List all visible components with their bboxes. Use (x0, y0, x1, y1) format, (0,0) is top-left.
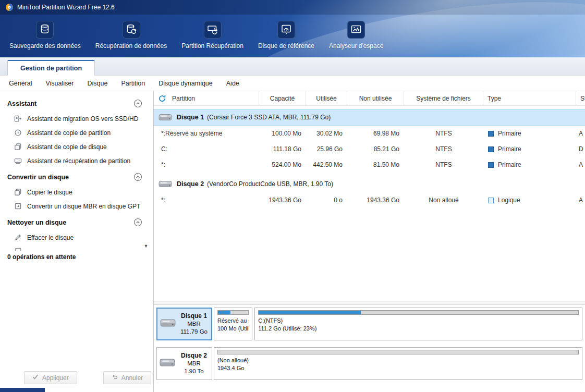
usage-bar (217, 310, 249, 315)
disk-map-partitions: Réservé au sy100 Mo (Utili:C:(NTFS)111.2… (214, 308, 582, 340)
disk-icon (159, 114, 172, 121)
partition-row-[interactable]: *:524.00 Mo442.50 Mo81.50 MoNTFSPrimaire… (154, 157, 585, 173)
sidebar-section-nettoyer-un-disque: Nettoyer un disque (0, 213, 153, 230)
toolbar-button-disque-de-reference[interactable]: Disque de référence (251, 21, 322, 50)
unused-cell: 69.98 Mo (347, 126, 404, 141)
collapse-icon[interactable] (133, 99, 142, 108)
toolbar-button-label: Récupération de données (95, 42, 167, 50)
table-header-row: PartitionCapacitéUtiliséeNon utiliséeSys… (154, 91, 585, 106)
convert-disk-icon (14, 202, 22, 210)
menu-item-partition[interactable]: Partition (114, 80, 152, 87)
disk-icon (160, 358, 175, 369)
column-header-non-utilisee[interactable]: Non utilisée (347, 91, 404, 105)
disk-map-partition-reserve-au-sy[interactable]: Réservé au sy100 Mo (Utili: (214, 308, 252, 340)
tab-strip: Gestion de partition (0, 57, 585, 76)
toolbar-button-analyseur-d-espace[interactable]: Analyseur d'espace (322, 21, 391, 50)
sidebar-item-copier-le-disque[interactable]: Copier le disque (0, 185, 153, 199)
disk-icon (160, 318, 176, 329)
sidebar-item-assistant-de-recuperation-de-partition[interactable]: Assistant de récupération de partition (0, 154, 153, 168)
cancel-button-label: Annuler (121, 374, 143, 382)
disk-map-partition-c-ntfs[interactable]: C:(NTFS)111.2 Go (Utilisé: 23%) (254, 308, 582, 340)
filesystem-cell: Non alloué (404, 192, 483, 208)
used-cell: 442.50 Mo (306, 157, 347, 173)
copy-partition-icon (14, 129, 22, 137)
status-cell: A (576, 126, 585, 141)
status-cell: D (576, 141, 585, 157)
disk-map-label-text: Disque 1MBR111.79 Go (178, 312, 210, 336)
window-title: MiniTool Partition Wizard Free 12.6 (17, 4, 115, 11)
sidebar-sections: AssistantAssistant de migration OS vers … (0, 94, 153, 244)
disk-group-name: Disque 2 (177, 180, 204, 188)
sidebar-item-label: Copier le disque (27, 189, 72, 196)
toolbar: Sauvegarde des donnéesRécupération de do… (0, 15, 585, 50)
collapse-icon[interactable] (133, 173, 142, 181)
column-header-label: St (580, 95, 585, 102)
column-header-capacite[interactable]: Capacité (259, 91, 306, 105)
column-header-label: Partition (172, 95, 195, 102)
partition-sublabel: 100 Mo (Utili: (217, 325, 249, 333)
disk-group-row-disque-2[interactable]: Disque 2(VendorCo ProductCode USB, MBR, … (154, 176, 585, 192)
usage-bar (217, 350, 579, 354)
sidebar-item-label: Assistant de copie de disque (27, 143, 107, 151)
partition-label: (Non alloué) (217, 357, 579, 364)
partition-row-reserve-au-systeme[interactable]: *:Réservé au système100.00 Mo30.02 Mo69.… (154, 126, 585, 141)
disk-group-info: (VendorCo ProductCode USB, MBR, 1.90 To) (207, 180, 333, 188)
sidebar-item-assistant-de-copie-de-partition[interactable]: Assistant de copie de partition (0, 126, 153, 140)
menu-item-disque[interactable]: Disque (80, 80, 114, 87)
partition-name-cell: C: (154, 141, 259, 157)
disk-map-label-disque-1[interactable]: Disque 1MBR111.79 Go (156, 308, 212, 340)
column-header-partition[interactable]: Partition (154, 91, 259, 105)
toolbar-button-partition-recuperation[interactable]: Partition Récupération (174, 21, 251, 50)
disk-scheme: MBR (178, 360, 210, 368)
toolbar-button-recuperation-de-donnees[interactable]: Récupération de données (88, 21, 174, 50)
disk-group-row-disque-1[interactable]: Disque 1(Corsair Force 3 SSD ATA, MBR, 1… (154, 109, 585, 126)
used-cell: 25.96 Go (306, 141, 347, 157)
sidebar-item-convertir-un-disque-mbr-en-disque-gpt[interactable]: Convertir un disque MBR en disque GPT (0, 199, 153, 213)
column-header-type[interactable]: Type (483, 91, 576, 105)
type-cell: Primaire (483, 157, 576, 173)
sidebar-item-label: Convertir un disque MBR en disque GPT (27, 203, 140, 210)
column-header-utilisee[interactable]: Utilisée (306, 91, 347, 105)
menu-item-general[interactable]: Général (2, 80, 39, 87)
disk-size: 1.90 To (178, 368, 210, 375)
refresh-icon[interactable] (158, 94, 166, 103)
disk-map-partition-non-alloue[interactable]: (Non alloué)1943.4 Go (214, 347, 582, 380)
collapse-icon[interactable] (133, 218, 142, 227)
column-header-st[interactable]: St (576, 91, 585, 105)
sidebar-scroll-down-button[interactable]: ▼ (142, 242, 150, 250)
space-analyzer-icon (347, 21, 365, 39)
recover-partition-icon (14, 157, 22, 165)
menu-item-aide[interactable]: Aide (220, 80, 246, 87)
main-area: AssistantAssistant de migration OS vers … (0, 91, 585, 392)
copy-disk-icon (14, 188, 22, 196)
tab-gestion-de-partition[interactable]: Gestion de partition (7, 60, 95, 76)
sidebar-item-label: Assistant de migration OS vers SSD/HD (27, 115, 138, 123)
toolbar-button-sauvegarde-des-donnees[interactable]: Sauvegarde des données (2, 21, 88, 50)
cancel-button[interactable]: Annuler (103, 371, 151, 384)
apply-button[interactable]: Appliquer (24, 371, 77, 384)
unused-cell: 85.21 Go (347, 141, 404, 157)
column-header-systeme-de-fichiers[interactable]: Système de fichiers (404, 91, 483, 105)
sidebar-item-assistant-de-migration-os-vers-ssd-hd[interactable]: Assistant de migration OS vers SSD/HD (0, 112, 153, 126)
disk-map-label-disque-2[interactable]: Disque 2MBR1.90 To (156, 347, 212, 380)
partition-type-icon (488, 162, 494, 168)
undo-arrow-icon (112, 374, 118, 382)
taskbar-fragment (0, 388, 45, 392)
disk-icon (159, 180, 172, 188)
partition-row-c[interactable]: C:111.18 Go25.96 Go85.21 GoNTFSPrimaireD (154, 141, 585, 157)
partition-row-[interactable]: *:1943.36 Go0 o1943.36 GoNon allouéLogiq… (154, 192, 585, 208)
title-bar: MiniTool Partition Wizard Free 12.6 (0, 0, 585, 15)
sidebar-item-assistant-de-copie-de-disque[interactable]: Assistant de copie de disque (0, 140, 153, 154)
sidebar-item-effacer-le-disque[interactable]: Effacer le disque (0, 230, 153, 244)
disk-group-name: Disque 1 (177, 114, 204, 121)
check-icon (32, 374, 39, 382)
tab-label: Gestion de partition (20, 65, 82, 72)
partition-label: Réservé au sy (217, 317, 249, 325)
sidebar: AssistantAssistant de migration OS vers … (0, 91, 154, 392)
menu-item-visualiser[interactable]: Visualiser (39, 80, 80, 87)
partial-sidebar-item-icon (14, 247, 22, 251)
usage-bar-fill (259, 311, 361, 314)
menu-item-disque-dynamique[interactable]: Disque dynamique (152, 80, 220, 87)
panel-splitter[interactable] (154, 301, 585, 304)
sidebar-section-convertir-un-disque: Convertir un disque (0, 168, 153, 185)
